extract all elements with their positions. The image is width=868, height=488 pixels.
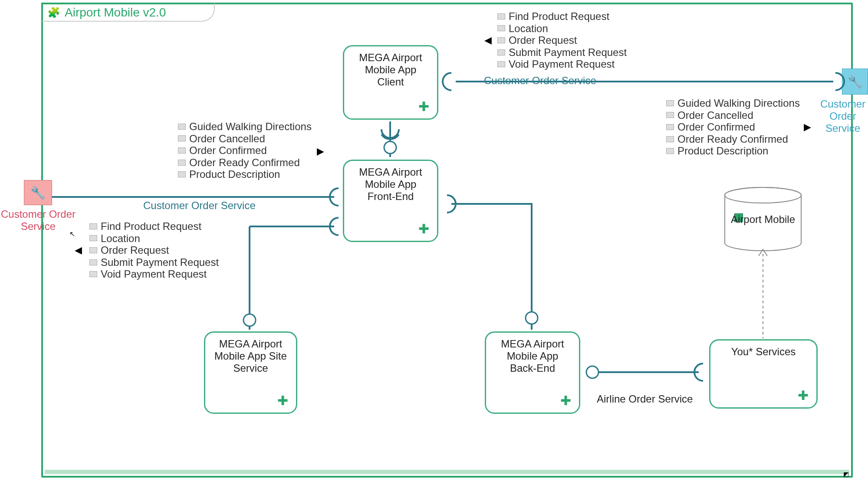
component-label: You* Services	[731, 346, 796, 358]
datastore-label: Airport Mobile	[724, 213, 802, 226]
component-client[interactable]: MEGA Airport Mobile App Client ✚	[343, 45, 438, 120]
connector-label-top: Customer Order Service	[484, 75, 596, 87]
component-label: MEGA Airport Mobile App Site Service	[211, 338, 290, 374]
puzzle-icon: ✚	[798, 388, 809, 403]
msg-group-responses-left: Guided Walking Directions Order Cancelle…	[178, 121, 312, 180]
connector-label-airline: Airline Order Service	[597, 393, 693, 405]
component-label: MEGA Airport Mobile App Client	[350, 52, 431, 88]
component-frontend[interactable]: MEGA Airport Mobile App Front-End ✚	[343, 160, 438, 242]
external-service-right-label: Customer Order Service	[812, 98, 868, 134]
external-service-right[interactable]: 🔧	[842, 69, 868, 95]
component-label: MEGA Airport Mobile App Front-End	[350, 166, 431, 203]
puzzle-icon: 🧩	[47, 7, 60, 19]
external-service-left-label: Customer Order Service	[0, 208, 76, 233]
puzzle-icon: ✚	[418, 221, 429, 236]
puzzle-icon: ✚	[418, 99, 429, 114]
component-site[interactable]: MEGA Airport Mobile App Site Service ✚	[204, 331, 297, 414]
msg-group-requests-top: Find Product Request Location Order Requ…	[497, 10, 627, 70]
msg-group-responses-right: Guided Walking Directions Order Cancelle…	[666, 97, 800, 157]
arrow-left-icon: ◀	[484, 35, 492, 46]
puzzle-icon: ✚	[277, 393, 288, 408]
component-youx[interactable]: You* Services ✚	[709, 339, 818, 409]
arrow-left-icon: ◀	[75, 245, 82, 256]
arrow-right-icon: ▶	[804, 121, 811, 133]
connector-label-mid: Customer Order Service	[143, 200, 256, 212]
diagram-title: Airport Mobile v2.0	[65, 6, 166, 20]
resize-handle-icon[interactable]: ◩	[843, 471, 849, 478]
msg-group-requests-left: Find Product Request Location Order Requ…	[89, 220, 219, 280]
external-service-left[interactable]: 🔧	[24, 180, 52, 205]
arrow-right-icon: ▶	[317, 146, 324, 157]
datastore-airport-mobile[interactable]: Airport Mobile	[724, 187, 802, 252]
cursor-icon: ↖	[69, 230, 75, 238]
component-label: MEGA Airport Mobile App Back-End	[492, 338, 573, 374]
component-backend[interactable]: MEGA Airport Mobile App Back-End ✚	[485, 331, 580, 414]
wrench-icon: 🔧	[848, 75, 863, 89]
diagram-title-tab[interactable]: 🧩 Airport Mobile v2.0	[41, 3, 215, 22]
frame-bottom-bar	[45, 470, 849, 474]
wrench-icon: 🔧	[30, 186, 46, 200]
puzzle-icon: ✚	[560, 393, 571, 408]
